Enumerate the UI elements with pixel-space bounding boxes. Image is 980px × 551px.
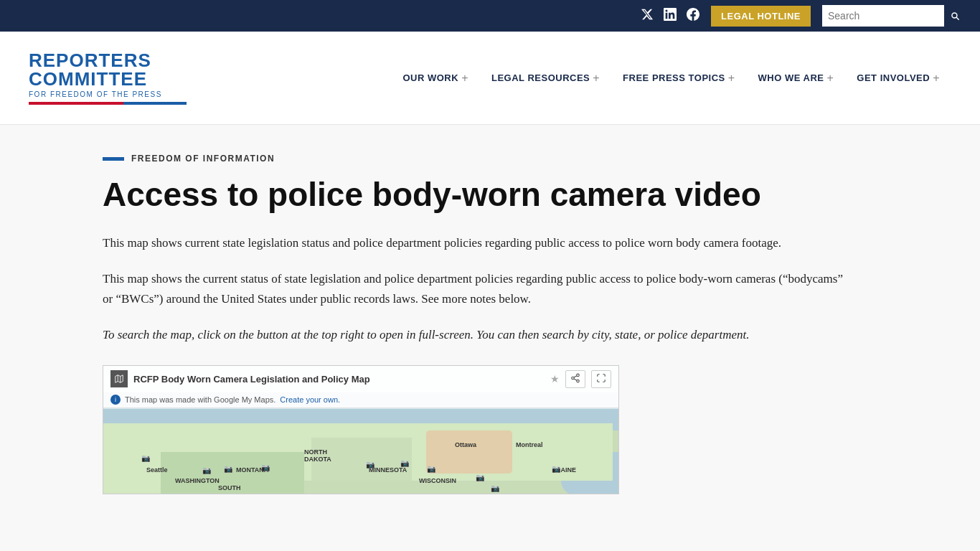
nav-item-get-involved[interactable]: GET INVOLVED + — [845, 65, 951, 92]
intro-paragraph: This map shows current state legislation… — [103, 233, 856, 253]
map-camera-3: 📷 — [224, 465, 232, 473]
nav-plus-icon: + — [933, 72, 940, 85]
map-star-icon: ★ — [550, 373, 560, 385]
svg-line-4 — [574, 376, 577, 377]
site-logo[interactable]: REPORTERS COMMITTEE FOR FREEDOM OF THE P… — [29, 51, 187, 105]
top-bar: LEGAL HOTLINE — [0, 0, 980, 32]
map-title: RCFP Body Worn Camera Legislation and Po… — [133, 374, 545, 385]
instruction-paragraph: To search the map, click on the button a… — [103, 325, 856, 345]
map-label-ottawa: Ottawa — [455, 441, 476, 448]
linkedin-icon[interactable] — [664, 8, 677, 24]
nav-plus-icon: + — [593, 72, 600, 85]
map-icon — [110, 370, 128, 387]
map-label-north-dakota: NORTHDAKOTA — [304, 448, 331, 463]
map-label-seattle: Seattle — [146, 466, 168, 474]
legal-hotline-button[interactable]: LEGAL HOTLINE — [711, 6, 811, 27]
info-icon: i — [110, 395, 121, 405]
nav-plus-icon: + — [826, 72, 834, 85]
map-info-text: This map was made with Google My Maps. — [125, 395, 275, 404]
body-paragraph: This map shows the current status of sta… — [103, 269, 856, 309]
map-camera-1: 📷 — [141, 454, 150, 462]
map-create-link[interactable]: Create your own. — [280, 395, 340, 404]
site-header: REPORTERS COMMITTEE FOR FREEDOM OF THE P… — [0, 32, 980, 125]
map-share-button[interactable] — [565, 370, 585, 388]
search-submit-button[interactable] — [944, 5, 966, 27]
logo-tagline: FOR FREEDOM OF THE PRESS — [29, 90, 187, 98]
map-camera-6: 📷 — [400, 459, 409, 467]
map-label-wisconsin: WISCONSIN — [419, 477, 456, 484]
map-embed[interactable]: RCFP Body Worn Camera Legislation and Po… — [103, 365, 619, 494]
nav-item-legal-resources[interactable]: LEGAL RESOURCES + — [480, 65, 611, 92]
search-input[interactable] — [822, 5, 944, 27]
search-bar[interactable] — [822, 5, 966, 27]
map-label-south-dakota: SOUTH — [218, 484, 241, 491]
map-label-minnesota: MINNESOTA — [369, 466, 407, 474]
facebook-icon[interactable] — [687, 8, 699, 24]
logo-text-committee: COMMITTEE — [29, 70, 187, 88]
category-text: FREEDOM OF INFORMATION — [131, 154, 275, 164]
svg-point-1 — [572, 377, 575, 380]
main-content: FREEDOM OF INFORMATION Access to police … — [60, 132, 920, 523]
twitter-icon[interactable] — [641, 8, 654, 24]
svg-point-2 — [577, 380, 580, 382]
category-bar-decoration — [103, 157, 124, 161]
svg-point-0 — [577, 374, 580, 377]
nav-plus-icon: + — [461, 72, 468, 85]
logo-text-reporters: REPORTERS — [29, 51, 187, 70]
map-camera-10: 📷 — [491, 484, 499, 492]
map-sub-info: i This map was made with Google My Maps.… — [103, 392, 618, 408]
map-camera-8: 📷 — [552, 465, 560, 473]
map-camera-7: 📷 — [427, 465, 435, 473]
logo-bar — [29, 102, 187, 105]
nav-plus-icon: + — [728, 72, 735, 85]
nav-item-free-press-topics[interactable]: FREE PRESS TOPICS + — [611, 65, 746, 92]
nav-item-who-we-are[interactable]: WHO WE ARE + — [747, 65, 846, 92]
map-camera-4: 📷 — [261, 463, 270, 471]
svg-line-3 — [574, 379, 577, 380]
main-navigation: OUR WORK + LEGAL RESOURCES + FREE PRESS … — [230, 65, 951, 92]
nav-item-our-work[interactable]: OUR WORK + — [391, 65, 480, 92]
page-title: Access to police body-worn camera video — [103, 176, 877, 213]
map-fullscreen-button[interactable] — [591, 370, 611, 388]
social-links — [641, 8, 699, 24]
map-label-montreal: Montreal — [516, 441, 543, 448]
map-header: RCFP Body Worn Camera Legislation and Po… — [103, 366, 618, 393]
map-label-washington: WASHINGTON — [175, 477, 220, 484]
map-camera-2: 📷 — [202, 466, 211, 474]
map-camera-9: 📷 — [476, 474, 484, 481]
map-visual: Seattle WASHINGTON MONTANA NORTHDAKOTA M… — [103, 409, 618, 494]
map-camera-5: 📷 — [366, 461, 374, 468]
category-label: FREEDOM OF INFORMATION — [103, 154, 877, 164]
